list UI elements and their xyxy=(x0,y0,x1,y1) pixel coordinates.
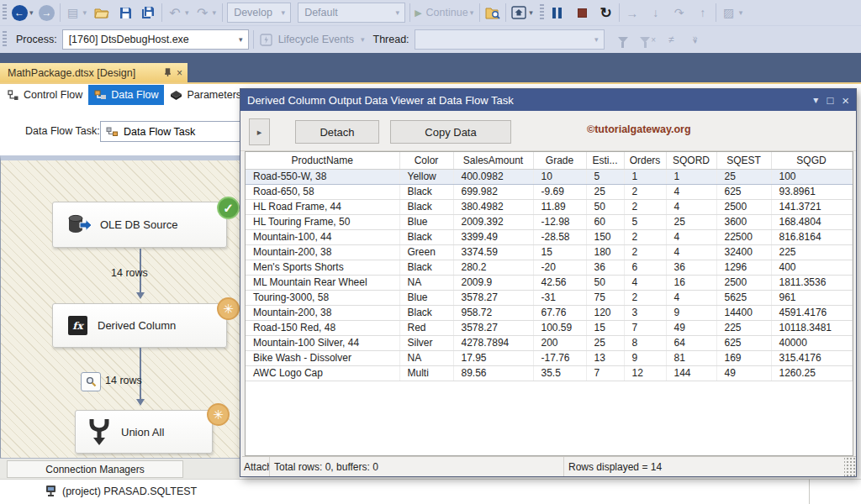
step-back-button[interactable]: ↷ xyxy=(671,3,688,23)
new-project-caret[interactable]: ▾ xyxy=(83,8,87,17)
column-header[interactable]: Orders xyxy=(624,152,666,169)
grid-row[interactable]: HL Touring Frame, 50Blue2009.392-12.9860… xyxy=(246,214,852,229)
node-ole-db-source[interactable]: OLE DB Source xyxy=(52,202,227,248)
expand-column-list-button[interactable]: ▸ xyxy=(249,118,270,145)
grid-cell: 12 xyxy=(624,365,666,381)
data-flow-design-surface[interactable]: OLE DB Source ✓ 14 rows fx Derived Colum… xyxy=(0,155,240,458)
grid-cell: 93.8961 xyxy=(771,184,852,199)
pause-button[interactable] xyxy=(549,3,566,23)
column-header[interactable]: Color xyxy=(399,152,453,169)
grid-row[interactable]: HL Road Frame, 44Black380.498211.8950242… xyxy=(246,199,852,214)
node-union-all[interactable]: Union All xyxy=(75,410,213,454)
lifecycle-caret[interactable]: ▾ xyxy=(361,35,365,44)
find-in-files-button[interactable] xyxy=(484,3,501,23)
save-all-button[interactable] xyxy=(140,3,157,23)
grid-row[interactable]: Road-150 Red, 48Red3578.27100.5915749225… xyxy=(246,320,852,335)
undo-caret[interactable]: ▾ xyxy=(185,8,189,17)
step-out-button[interactable]: ↑ xyxy=(695,3,711,23)
grid-row[interactable]: Men's Sports ShortsBlack280.2-2036636129… xyxy=(246,260,852,275)
toolbar-drag-handle[interactable] xyxy=(3,4,7,21)
grid-row[interactable]: Mountain-100 Silver, 44Silver4278.789420… xyxy=(246,335,852,350)
grid-row[interactable]: Bike Wash - DissolverNA17.95-17.76139811… xyxy=(246,350,852,365)
grid-row[interactable]: Road-550-W, 38Yellow400.09821051125100 xyxy=(246,169,852,184)
back-dropdown-caret[interactable]: ▾ xyxy=(29,8,34,17)
grid-row[interactable]: Mountain-100, 44Black3399.49-28.58150242… xyxy=(246,229,852,244)
column-header[interactable]: SQORD xyxy=(666,152,716,169)
dialog-menu-caret-icon[interactable]: ▾ xyxy=(813,94,818,106)
stop-debugging-button[interactable] xyxy=(574,3,591,23)
solution-configuration-combo[interactable]: Develop ▾ xyxy=(227,3,291,23)
open-file-button[interactable] xyxy=(93,3,110,23)
node-derived-column[interactable]: fx Derived Column xyxy=(52,303,227,348)
solution-platform-combo[interactable]: Default ▾ xyxy=(298,3,405,23)
clear-filter-button[interactable]: × xyxy=(640,29,657,50)
data-flow-task-combo[interactable]: Data Flow Task xyxy=(100,121,243,142)
tab-control-flow[interactable]: Control Flow xyxy=(2,85,88,105)
grid-row[interactable]: Touring-3000, 58Blue3578.27-317524562596… xyxy=(246,290,852,305)
continue-button[interactable]: ▶ Continue xyxy=(415,3,468,23)
grid-row[interactable]: Road-650, 58Black699.982-9.69252462593.8… xyxy=(246,184,852,199)
continue-label: Continue xyxy=(426,7,468,18)
grid-cell: Red xyxy=(399,320,453,335)
undo-button[interactable]: ↶ xyxy=(166,3,183,23)
pin-icon[interactable] xyxy=(161,68,171,77)
navigate-forward-button[interactable]: → xyxy=(39,3,55,23)
restart-button[interactable]: ↻ xyxy=(598,3,615,23)
save-button[interactable] xyxy=(117,3,134,23)
column-header[interactable]: SQEST xyxy=(716,152,771,169)
show-output-button[interactable] xyxy=(510,3,527,23)
process-combo[interactable]: [1760] DtsDebugHost.exe ▾ xyxy=(62,29,249,50)
connection-managers-title: Connection Managers xyxy=(45,464,144,475)
step-into-button[interactable]: ↓ xyxy=(647,3,664,23)
lifecycle-events-button[interactable] xyxy=(258,29,275,50)
grid-row[interactable]: Mountain-200, 38Black958.7267.7612039144… xyxy=(246,305,852,320)
column-header[interactable]: SQGD xyxy=(771,152,852,169)
step-over-button[interactable]: → xyxy=(624,3,641,23)
magnifier-icon xyxy=(86,376,97,387)
application-insights-button[interactable]: ▨ xyxy=(721,3,737,23)
tab-parameters[interactable]: Parameters xyxy=(164,85,247,105)
insights-caret[interactable]: ▾ xyxy=(739,8,743,17)
data-grid[interactable]: ProductNameColorSalesAmountGradeEsti...O… xyxy=(245,151,853,456)
toolbar-overflow-button[interactable]: » ▼ xyxy=(687,29,704,50)
column-header[interactable]: SalesAmount xyxy=(453,152,533,169)
suspend-threads-button[interactable]: ≠ xyxy=(663,29,680,50)
show-output-caret[interactable]: ▾ xyxy=(529,8,533,17)
resize-grip[interactable] xyxy=(844,457,856,476)
grid-row[interactable]: AWC Logo CapMulti89.5635.5712144491260.2… xyxy=(246,365,852,381)
thread-combo[interactable]: ▾ xyxy=(415,29,605,50)
maximize-icon[interactable]: □ xyxy=(827,94,833,107)
document-tab-mathpackage[interactable]: MathPackage.dtsx [Design] × xyxy=(0,63,188,82)
connection-managers-header[interactable]: Connection Managers xyxy=(7,460,183,478)
lifecycle-events-label[interactable]: Lifecycle Events xyxy=(278,34,354,45)
data-viewer-chip[interactable] xyxy=(81,372,101,391)
data-flow-task-label: Data Flow Task: xyxy=(25,125,100,137)
grid-cell: Blue xyxy=(399,214,453,229)
close-icon[interactable]: × xyxy=(842,93,849,108)
continue-caret[interactable]: ▾ xyxy=(470,8,474,17)
redo-caret[interactable]: ▾ xyxy=(213,8,217,17)
redo-button[interactable]: ↷ xyxy=(194,3,211,23)
open-folder-icon xyxy=(94,7,109,18)
toolbar-drag-handle[interactable] xyxy=(540,4,544,21)
ide-window: ← ▾ → ▤ ▾ xyxy=(0,0,861,504)
separator xyxy=(716,3,716,22)
column-header[interactable]: Grade xyxy=(533,152,586,169)
grid-row[interactable]: ML Mountain Rear WheelNA2009.942.5650416… xyxy=(246,275,852,290)
grid-cell: 144 xyxy=(666,365,716,381)
new-project-button[interactable]: ▤ xyxy=(65,3,82,23)
grid-cell: Yellow xyxy=(399,169,453,184)
navigate-back-button[interactable]: ← xyxy=(11,3,28,23)
connection-manager-item[interactable]: (project) PRASAD.SQLTEST xyxy=(45,485,197,497)
column-header[interactable]: Esti... xyxy=(586,152,624,169)
grid-cell: Road-550-W, 38 xyxy=(246,169,399,184)
tab-data-flow[interactable]: Data Flow xyxy=(88,85,164,105)
copy-data-button[interactable]: Copy Data xyxy=(390,120,511,144)
flag-threads-filter-button[interactable] xyxy=(615,29,631,50)
toolbar-drag-handle[interactable] xyxy=(3,31,7,48)
detach-button[interactable]: Detach xyxy=(295,120,379,144)
dialog-title-bar[interactable]: Derived Column Output Data Viewer at Dat… xyxy=(240,89,856,111)
close-icon[interactable]: × xyxy=(177,67,182,79)
column-header[interactable]: ProductName xyxy=(246,152,399,169)
grid-row[interactable]: Mountain-200, 38Green3374.59151802432400… xyxy=(246,244,852,260)
